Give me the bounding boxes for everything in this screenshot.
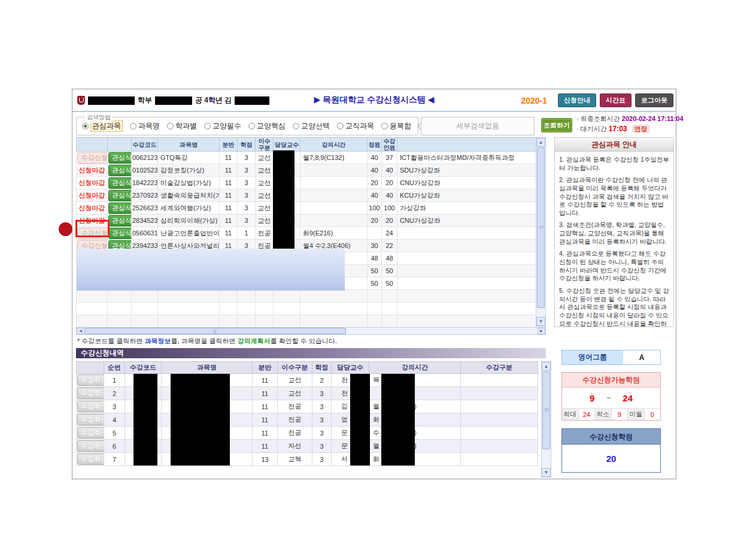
carry-label: 미월 xyxy=(628,409,645,420)
remove-interest-button[interactable]: 관심삭제 xyxy=(108,152,132,164)
scroll-up-arrow-icon[interactable]: ▲ xyxy=(542,362,551,371)
radio-icon[interactable] xyxy=(82,123,89,129)
course-code-link[interactable]: 0560631 xyxy=(132,227,158,240)
radio-icon[interactable] xyxy=(167,123,174,129)
guide-title: 관심과목 안내 xyxy=(555,138,673,152)
logout-button[interactable]: 로그아웃 xyxy=(635,93,673,107)
remove-interest-button[interactable]: 관심삭제 xyxy=(108,228,132,239)
radio-icon[interactable] xyxy=(130,123,136,129)
redaction-box xyxy=(381,374,415,466)
cancel-course-button[interactable]: 수강취소 xyxy=(77,440,104,452)
cancel-course-button[interactable]: 수강취소 xyxy=(77,414,104,425)
course-row: 신청마감 관심삭제 1842223 미술감상법(가상) 11 3 교선 20 2… xyxy=(77,177,536,189)
course-table-header: 수강코드 과목명 분반 학점 이수구분 담당교수 강의시간 정원 수강인원 xyxy=(77,138,536,152)
guide-item: 1. 관심과목 등록은 수강신청 1주일전부터 가능합니다. xyxy=(559,156,669,172)
course-code-link[interactable]: 0062123 xyxy=(132,152,158,164)
apply-guide-button[interactable]: 신청안내 xyxy=(558,93,596,107)
syllabus-link[interactable]: 강의계획서 xyxy=(238,337,271,344)
radio-icon[interactable] xyxy=(381,123,388,129)
remove-interest-button[interactable]: 관심삭제 xyxy=(108,177,132,189)
student-affiliation-suffix: 학부 xyxy=(138,95,152,105)
radio-liberal-required[interactable]: 교양필수 xyxy=(204,121,241,131)
course-name-link[interactable]: 감정코칭(가상) xyxy=(158,164,220,177)
course-name-link[interactable]: GTQ특강 xyxy=(158,152,220,164)
apply-course-button[interactable]: 수강신청 xyxy=(77,152,108,164)
redaction-box xyxy=(155,96,192,105)
table-footnote: * 수강코드를 클릭하면 과목정보를, 과목명을 클릭하면 강의계획서를 확인할… xyxy=(77,337,337,346)
timetable-button[interactable]: 시간표 xyxy=(600,93,631,107)
col-code: 수강코드 xyxy=(125,362,162,374)
radio-by-department[interactable]: 학과별 xyxy=(167,121,197,131)
credit-range-detail: 최대 24 최소 9 미월 0 xyxy=(562,408,660,420)
scroll-right-arrow-icon[interactable]: ► xyxy=(538,328,545,334)
remove-interest-button[interactable]: 관심삭제 xyxy=(108,190,132,201)
titlebar-actions: 2020-1 신청안내 시간표 로그아웃 xyxy=(521,93,673,107)
remove-interest-button[interactable]: 관심삭제 xyxy=(108,165,132,176)
tilde: ~ xyxy=(606,394,611,402)
app-window: 학부 공 4학년 김 ▶ 목원대학교 수강신청시스템 ◀ 2020-1 신청안내… xyxy=(72,89,676,479)
col-quota: 정원 xyxy=(368,138,382,152)
cancel-course-button[interactable]: 수강취소 xyxy=(77,374,104,386)
remove-interest-button[interactable]: 관심삭제 xyxy=(108,202,132,214)
radio-course-name[interactable]: 과목명 xyxy=(130,121,160,131)
vertical-scrollbar[interactable]: ▲ ▼ xyxy=(541,361,551,477)
enrollment-section-title: 수강신청내역 xyxy=(76,348,546,358)
cancel-course-button[interactable]: 수강취소 xyxy=(77,388,104,399)
wait-time-label: · 대기시간 xyxy=(576,125,607,132)
course-info-link[interactable]: 과목정보 xyxy=(144,337,171,344)
radio-liberal-elective[interactable]: 교양선택 xyxy=(293,121,330,131)
screenshot-canvas: 학부 공 4학년 김 ▶ 목원대학교 수강신청시스템 ◀ 2020-1 신청안내… xyxy=(0,0,756,535)
search-method-options: 관심과목 과목명 학과별 교양필수 교양핵심 교양선택 교직과목 융복합 스톡스… xyxy=(77,117,418,135)
redaction-box xyxy=(235,96,269,105)
scrollbar-thumb[interactable] xyxy=(537,147,545,308)
remove-interest-button[interactable]: 관심삭제 xyxy=(108,215,132,226)
radio-icon[interactable] xyxy=(337,123,344,129)
course-name-link[interactable]: 생활속의응급처치(가상) xyxy=(158,189,220,202)
query-button[interactable]: 조회하기 xyxy=(541,118,572,132)
course-code-link[interactable]: 2526623 xyxy=(132,202,158,214)
course-name-link[interactable]: 난광고언론졸업반이다 xyxy=(158,227,220,240)
course-code-link[interactable]: 0102523 xyxy=(132,164,158,177)
status-closed: 신청마감 xyxy=(79,179,105,186)
radio-teaching-courses[interactable]: 교직과목 xyxy=(337,121,374,131)
cancel-course-button[interactable]: 수강취소 xyxy=(77,427,104,439)
scrollbar-thumb[interactable] xyxy=(85,328,346,334)
redaction-box xyxy=(171,374,230,466)
scroll-down-arrow-icon[interactable]: ▼ xyxy=(542,468,551,477)
radio-icon[interactable] xyxy=(293,123,299,129)
max-credits: 24 xyxy=(623,393,633,403)
interest-course-table: 수강코드 과목명 분반 학점 이수구분 담당교수 강의시간 정원 수강인원 수강… xyxy=(76,137,546,327)
max-label: 최대 xyxy=(562,409,579,420)
col-credit: 학점 xyxy=(312,362,332,374)
col-code: 수강코드 xyxy=(132,138,158,152)
scroll-left-arrow-icon[interactable]: ◄ xyxy=(77,328,84,334)
guide-item: 2. 관심과목이란 수강신청 전에 나의 관심과목을 미리 목록에 등록해 두었… xyxy=(559,176,669,217)
vertical-scrollbar[interactable]: ▲ ▼ xyxy=(536,137,546,327)
course-row-empty xyxy=(77,290,536,303)
course-row: 신청마감 관심삭제 2526623 세계와여행(가상) 11 3 교선 100 … xyxy=(77,202,536,214)
radio-convergence[interactable]: 융복합 xyxy=(381,121,411,131)
cancel-course-button[interactable]: 수강취소 xyxy=(77,401,104,412)
scroll-up-arrow-icon[interactable]: ▲ xyxy=(536,138,545,147)
course-code-link[interactable]: 2370923 xyxy=(132,189,158,202)
radio-liberal-core[interactable]: 교양핵심 xyxy=(248,121,286,131)
course-name-link[interactable]: 미술감상법(가상) xyxy=(158,177,220,189)
cancel-course-button[interactable]: 수강취소 xyxy=(77,454,104,465)
course-name-link[interactable]: 심리학의이해(가상) xyxy=(158,214,220,227)
course-name-link[interactable]: 세계와여행(가상) xyxy=(158,202,220,214)
status-closed: 신청마감 xyxy=(79,192,105,199)
detail-filter-box[interactable]: 세부검색없음 xyxy=(421,117,535,135)
course-code-link[interactable]: 2834523 xyxy=(132,214,158,227)
radio-icon[interactable] xyxy=(248,123,255,129)
horizontal-scrollbar[interactable]: ◄ ► xyxy=(76,327,546,335)
course-code-link[interactable]: 1842223 xyxy=(132,177,158,189)
radio-icon[interactable] xyxy=(204,123,211,129)
radio-interest-courses[interactable]: 관심과목 xyxy=(82,120,123,132)
scrollbar-thumb[interactable] xyxy=(542,371,550,449)
extend-button[interactable]: 연장 xyxy=(632,125,650,133)
scroll-down-arrow-icon[interactable]: ▼ xyxy=(536,317,545,326)
title-bar: 학부 공 4학년 김 ▶ 목원대학교 수강신청시스템 ◀ 2020-1 신청안내… xyxy=(72,89,676,112)
search-method-legend: 검색방법 xyxy=(85,113,113,122)
col-type: 이수구분 xyxy=(256,138,274,152)
credit-range-panel: 수강신청가능학점 9 ~ 24 최대 24 최소 9 미월 0 xyxy=(561,372,661,421)
